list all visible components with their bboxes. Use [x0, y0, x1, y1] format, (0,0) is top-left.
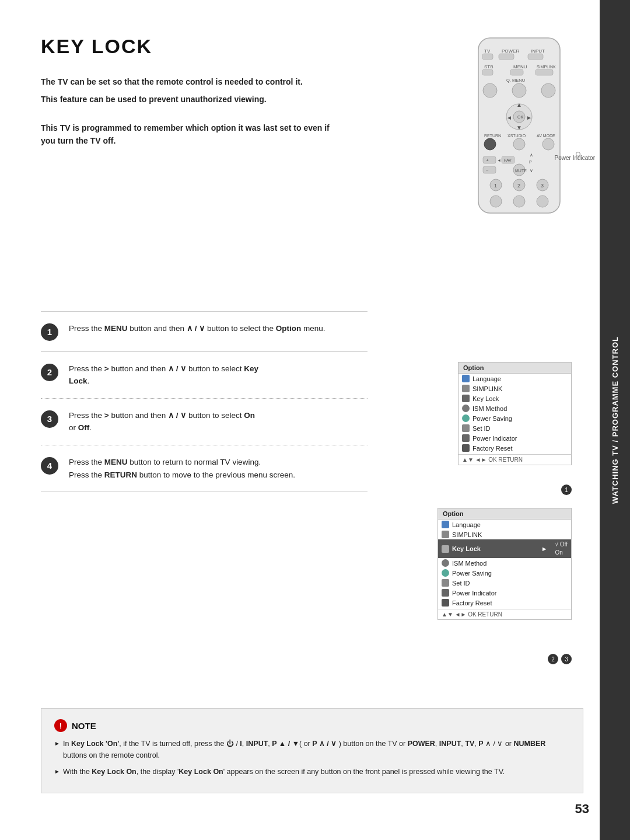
page-number: 53 — [575, 801, 589, 817]
menu2-item-keylock-highlighted: Key Lock ► √ Off On — [438, 539, 571, 558]
svg-text:POWER: POWER — [502, 48, 519, 54]
svg-text:STB: STB — [484, 64, 494, 69]
svg-text:1: 1 — [494, 183, 497, 189]
svg-text:►: ► — [526, 114, 532, 121]
menu1-item-keylock: Key Lock — [459, 393, 571, 403]
steps-section: 1 Press the MENU button and then ∧ / ∨ b… — [41, 311, 368, 493]
menu-screenshot-1: Option Language SIMPLINK Key Lock ISM Me… — [458, 362, 572, 465]
menu1-item-setid: Set ID — [459, 423, 571, 433]
step-4-row: 4 Press the MENU button to return to nor… — [41, 445, 368, 492]
step-3-number: 3 — [41, 410, 58, 428]
svg-text:SIMPLINK: SIMPLINK — [537, 65, 556, 69]
menu1-item-factoryreset: Factory Reset — [459, 443, 571, 453]
page-container: WATCHING TV / PROGRAMME CONTROL KEY LOCK… — [0, 0, 630, 840]
svg-text:XSTUDIO: XSTUDIO — [508, 134, 526, 138]
remote-illustration: TV POWER INPUT STB MENU SIMPLINK Q. MENU… — [467, 32, 583, 221]
sidebar: WATCHING TV / PROGRAMME CONTROL — [600, 0, 630, 840]
menu1-nav: ▲▼ ◄► OK RETURN — [459, 454, 571, 465]
note-item-2: With the Key Lock On, the display 'Key L… — [54, 766, 570, 778]
svg-point-15 — [512, 83, 526, 97]
svg-point-50 — [537, 196, 548, 207]
note-title: NOTE — [72, 721, 96, 731]
svg-rect-11 — [510, 69, 523, 75]
step-2-row: 2 Press the > button and then ∧ / ∨ butt… — [41, 352, 368, 399]
step-4-text: Press the MENU button to return to norma… — [69, 456, 295, 481]
svg-text:▲: ▲ — [516, 102, 522, 108]
menu1-item-simplink: SIMPLINK — [459, 384, 571, 393]
step-3-row: 3 Press the > button and then ∧ / ∨ butt… — [41, 399, 368, 445]
step-1-row: 1 Press the MENU button and then ∧ / ∨ b… — [41, 311, 368, 352]
menu1-title: Option — [459, 363, 571, 374]
svg-rect-10 — [482, 69, 493, 75]
svg-text:Q. MENU: Q. MENU — [506, 78, 525, 83]
svg-rect-37 — [483, 166, 496, 173]
menu2-item-simplink: SIMPLINK — [438, 529, 571, 539]
svg-text:▼: ▼ — [516, 124, 522, 131]
svg-point-14 — [483, 83, 497, 97]
svg-point-29 — [542, 138, 554, 150]
sidebar-text: WATCHING TV / PROGRAMME CONTROL — [611, 336, 620, 504]
menu2-item-language: Language — [438, 520, 571, 529]
svg-text:P: P — [529, 160, 532, 164]
svg-text:RETURN: RETURN — [484, 134, 501, 138]
menu2-item-setid: Set ID — [438, 578, 571, 588]
menu1-item-language: Language — [459, 374, 571, 384]
menu2-item-powersaving: Power Saving — [438, 568, 571, 578]
svg-rect-30 — [483, 156, 496, 163]
intro-line3: This TV is programmed to remember which … — [41, 121, 332, 148]
menu1-item-ism: ISM Method — [459, 403, 571, 413]
step-4-number: 4 — [41, 457, 58, 475]
step-3-text: Press the > button and then ∧ / ∨ button… — [69, 409, 255, 434]
svg-point-48 — [490, 196, 502, 207]
step-2-number: 2 — [41, 364, 58, 381]
svg-text:MENU: MENU — [513, 64, 527, 69]
svg-text:INPUT: INPUT — [531, 48, 545, 54]
menu2-item-ism: ISM Method — [438, 558, 571, 568]
step-1-text: Press the MENU button and then ∧ / ∨ but… — [69, 322, 326, 335]
note-icon: ! — [54, 719, 67, 732]
svg-text:MUTE: MUTE — [515, 169, 527, 173]
svg-text:−: − — [486, 168, 489, 173]
svg-text:2: 2 — [517, 183, 520, 189]
menu2-title: Option — [438, 508, 571, 520]
svg-text:◄: ◄ — [506, 114, 512, 121]
svg-text:OK: OK — [517, 115, 523, 119]
svg-rect-6 — [528, 54, 543, 60]
step-indicator-23: 2 3 — [548, 654, 572, 664]
step-indicator-1: 1 — [561, 485, 572, 495]
svg-text:TV: TV — [484, 48, 491, 54]
svg-text:+: + — [486, 158, 489, 163]
power-indicator-dot — [576, 152, 580, 156]
svg-rect-12 — [536, 69, 553, 75]
svg-text:FAV: FAV — [504, 158, 512, 162]
step-1-number: 1 — [41, 323, 58, 341]
svg-point-28 — [513, 138, 525, 150]
step-2-text: Press the > button and then ∧ / ∨ button… — [69, 363, 258, 388]
intro-line1: The TV can be set so that the remote con… — [41, 75, 332, 88]
menu-screenshot-2: Option Language SIMPLINK Key Lock ► √ Of… — [438, 508, 572, 620]
svg-rect-5 — [499, 54, 514, 60]
note-item-1: In Key Lock 'On', if the TV is turned of… — [54, 738, 570, 761]
svg-text:3: 3 — [541, 183, 544, 189]
svg-text:∨: ∨ — [530, 168, 533, 173]
svg-text:AV MODE: AV MODE — [537, 134, 555, 138]
note-section: ! NOTE In Key Lock 'On', if the TV is tu… — [41, 708, 583, 793]
intro-line2: This feature can be used to prevent unau… — [41, 93, 332, 106]
menu1-item-powerindicator: Power Indicator — [459, 433, 571, 443]
menu2-item-powerindicator: Power Indicator — [438, 588, 571, 598]
svg-point-16 — [541, 83, 555, 97]
svg-text:∧: ∧ — [530, 152, 533, 158]
note-header: ! NOTE — [54, 719, 570, 732]
menu2-item-factoryreset: Factory Reset — [438, 598, 571, 608]
svg-rect-4 — [482, 54, 493, 60]
menu1-item-powersaving: Power Saving — [459, 413, 571, 423]
svg-point-27 — [484, 138, 496, 150]
remote-power-indicator-label: Power Indicator — [555, 155, 595, 161]
svg-point-49 — [513, 196, 525, 207]
svg-text:◄: ◄ — [497, 158, 501, 162]
menu2-nav: ▲▼ ◄► OK RETURN — [438, 609, 571, 619]
